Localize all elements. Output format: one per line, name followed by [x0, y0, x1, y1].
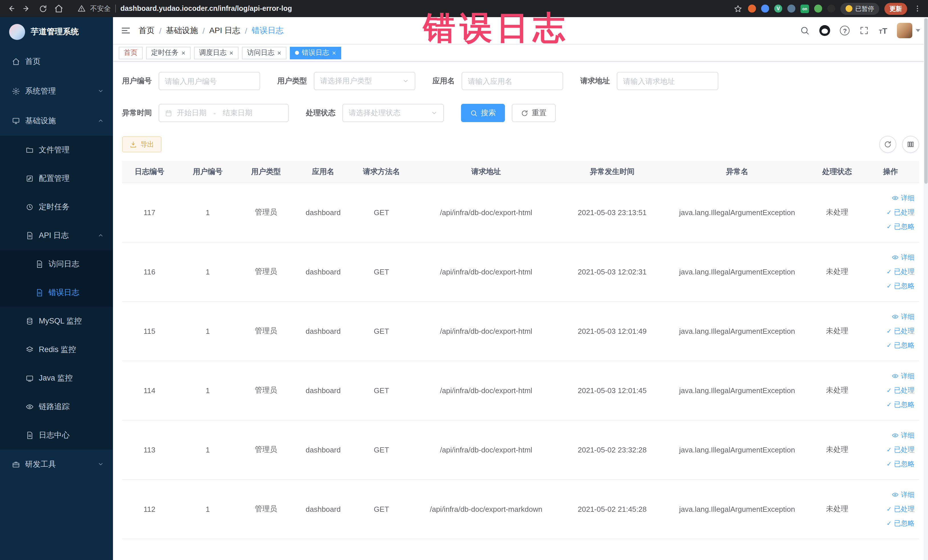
tab-access-logs[interactable]: 访问日志×: [242, 46, 286, 59]
column-settings-button[interactable]: [902, 136, 919, 153]
fullscreen-icon[interactable]: [859, 26, 869, 35]
breadcrumb-home[interactable]: 首页: [139, 25, 155, 36]
update-button[interactable]: 更新: [884, 3, 907, 15]
col-request-url: 请求地址: [410, 161, 562, 183]
mark-ignored-link[interactable]: ✓已忽略: [865, 397, 914, 412]
mark-ignored-link[interactable]: ✓已忽略: [865, 279, 914, 293]
sidebar-item-dev-tools[interactable]: 研发工具: [0, 450, 113, 479]
sidebar-item-system-mgmt[interactable]: 系统管理: [0, 76, 113, 106]
github-icon[interactable]: [820, 25, 830, 36]
sidebar-item-error-logs[interactable]: 错误日志: [0, 278, 113, 307]
detail-link[interactable]: 详细: [865, 488, 914, 502]
document-edit-icon: [35, 260, 43, 268]
sidebar-item-scheduled-tasks[interactable]: 定时任务: [0, 193, 113, 221]
export-button[interactable]: 导出: [122, 136, 162, 153]
extension-icon[interactable]: [814, 5, 822, 12]
detail-link[interactable]: 详细: [865, 369, 914, 383]
filter-process-status: 处理状态 请选择处理状态: [306, 104, 444, 122]
sidebar: 芋道管理系统 首页 系统管理 基础设施: [0, 17, 113, 560]
breadcrumb-infrastructure[interactable]: 基础设施: [166, 25, 198, 36]
close-icon[interactable]: ×: [277, 49, 281, 56]
table-row: 113 1 管理员 dashboard GET /api/infra/db-do…: [122, 420, 919, 479]
close-icon[interactable]: ×: [332, 49, 336, 56]
mark-processed-link[interactable]: ✓已处理: [865, 383, 914, 397]
reload-icon[interactable]: [38, 3, 48, 14]
request-url-input[interactable]: [617, 72, 718, 90]
user-id-input[interactable]: [159, 72, 260, 90]
mark-processed-link[interactable]: ✓已处理: [865, 443, 914, 457]
sidebar-collapse-icon[interactable]: [121, 26, 131, 35]
mark-processed-link[interactable]: ✓已处理: [865, 502, 914, 516]
search-icon[interactable]: [800, 26, 810, 35]
check-icon: ✓: [887, 502, 892, 516]
mark-processed-link[interactable]: ✓已处理: [865, 324, 914, 338]
tab-error-logs[interactable]: 错误日志×: [290, 46, 341, 59]
sidebar-item-infrastructure[interactable]: 基础设施: [0, 106, 113, 136]
paused-pill[interactable]: 已暂停: [840, 3, 879, 15]
sidebar-item-config-mgmt[interactable]: 配置管理: [0, 164, 113, 193]
sidebar-item-file-mgmt[interactable]: 文件管理: [0, 136, 113, 164]
sidebar-item-api-logs[interactable]: API 日志: [0, 221, 113, 250]
font-size-icon[interactable]: TT: [879, 26, 887, 35]
back-icon[interactable]: [6, 3, 16, 14]
sidebar-item-redis-monitor[interactable]: Redis 监控: [0, 336, 113, 364]
date-range-picker[interactable]: 开始日期 - 结束日期: [159, 104, 289, 122]
tab-scheduled-tasks[interactable]: 定时任务×: [146, 46, 191, 59]
detail-link[interactable]: 详细: [865, 250, 914, 264]
extension-icon[interactable]: [748, 5, 756, 12]
mark-processed-link[interactable]: ✓已处理: [865, 264, 914, 279]
eye-icon: [892, 195, 899, 201]
refresh-icon: [884, 140, 892, 148]
url-text[interactable]: dashboard.yudao.iocoder.cn/infra/log/api…: [121, 5, 292, 12]
close-icon[interactable]: ×: [182, 49, 185, 56]
status-badge: 未处理: [812, 479, 862, 539]
sidebar-item-java-monitor[interactable]: Java 监控: [0, 364, 113, 392]
sidebar-item-mysql-monitor[interactable]: MySQL 监控: [0, 307, 113, 336]
tab-home[interactable]: 首页: [119, 46, 143, 59]
reset-button[interactable]: 重置: [512, 104, 556, 122]
sidebar-item-log-center[interactable]: 日志中心: [0, 421, 113, 450]
app-name-input[interactable]: [462, 72, 563, 90]
mark-ignored-link[interactable]: ✓已忽略: [865, 220, 914, 233]
mark-processed-link[interactable]: ✓已处理: [865, 205, 914, 220]
app-logo[interactable]: 芋道管理系统: [0, 17, 113, 47]
refresh-table-button[interactable]: [879, 136, 896, 153]
forward-icon[interactable]: [22, 3, 32, 14]
sidebar-item-access-logs[interactable]: 访问日志: [0, 250, 113, 278]
user-avatar[interactable]: [897, 23, 920, 38]
home-icon[interactable]: [53, 3, 64, 14]
breadcrumb: 首页 / 基础设施 / API 日志 / 错误日志: [139, 25, 284, 36]
sidebar-item-home[interactable]: 首页: [0, 47, 113, 76]
browser-menu-kebab-icon[interactable]: [912, 3, 923, 14]
address-bar[interactable]: 不安全 dashboard.yudao.iocoder.cn/infra/log…: [70, 4, 727, 14]
mark-ignored-link[interactable]: ✓已忽略: [865, 516, 914, 530]
table-row: 112 1 管理员 dashboard GET /api/infra/db-do…: [122, 479, 919, 539]
extension-on-badge-icon[interactable]: on: [800, 4, 809, 13]
page-scrollbar[interactable]: [924, 17, 928, 560]
sidebar-item-link-tracing[interactable]: 链路追踪: [0, 392, 113, 421]
chevron-up-icon: [98, 231, 104, 240]
extension-icon[interactable]: [788, 5, 795, 12]
check-icon: ✓: [887, 324, 892, 338]
scrollbar-thumb[interactable]: [924, 18, 928, 184]
detail-link[interactable]: 详细: [865, 428, 914, 443]
tab-dispatch-logs[interactable]: 调度日志×: [194, 46, 238, 59]
close-icon[interactable]: ×: [229, 49, 234, 56]
table-row: 116 1 管理员 dashboard GET /api/infra/db-do…: [122, 242, 919, 301]
mark-ignored-link[interactable]: ✓已忽略: [865, 338, 914, 352]
chevron-up-icon: [98, 117, 104, 125]
search-button[interactable]: 搜索: [461, 104, 505, 122]
bookmark-star-icon[interactable]: [733, 3, 743, 14]
extension-icon[interactable]: [827, 5, 835, 12]
vue-devtools-icon[interactable]: V: [774, 5, 782, 12]
user-type-select[interactable]: 请选择用户类型: [314, 72, 415, 90]
breadcrumb-api-logs[interactable]: API 日志: [209, 25, 241, 36]
process-status-select[interactable]: 请选择处理状态: [342, 104, 444, 122]
detail-link[interactable]: 详细: [865, 191, 914, 205]
mark-ignored-link[interactable]: ✓已忽略: [865, 457, 914, 471]
security-label[interactable]: 不安全: [90, 4, 111, 14]
help-icon[interactable]: ?: [840, 26, 850, 35]
check-icon: ✓: [887, 338, 892, 352]
extension-icon[interactable]: [761, 5, 769, 12]
detail-link[interactable]: 详细: [865, 310, 914, 324]
